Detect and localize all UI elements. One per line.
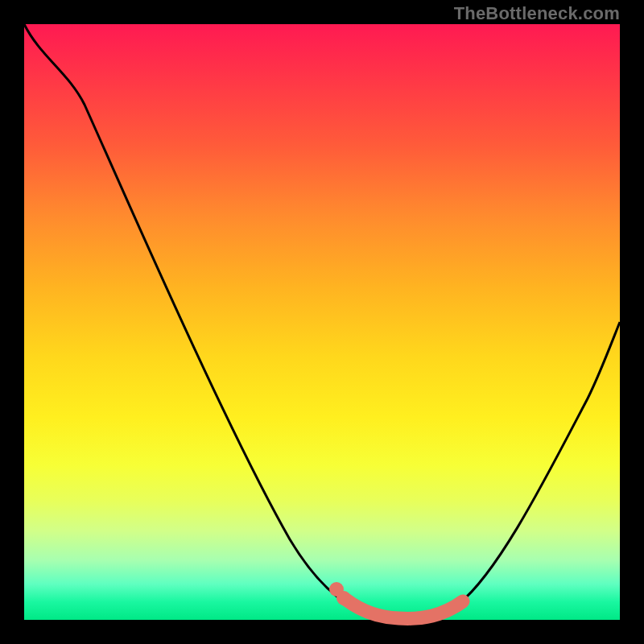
curve-layer	[24, 24, 620, 620]
gradient-plot-area	[24, 24, 620, 620]
chart-frame: TheBottleneck.com	[0, 0, 644, 644]
highlight-band	[346, 600, 463, 618]
bottleneck-curve	[24, 24, 620, 619]
attribution-label: TheBottleneck.com	[454, 3, 620, 24]
marker-dot	[336, 591, 351, 605]
